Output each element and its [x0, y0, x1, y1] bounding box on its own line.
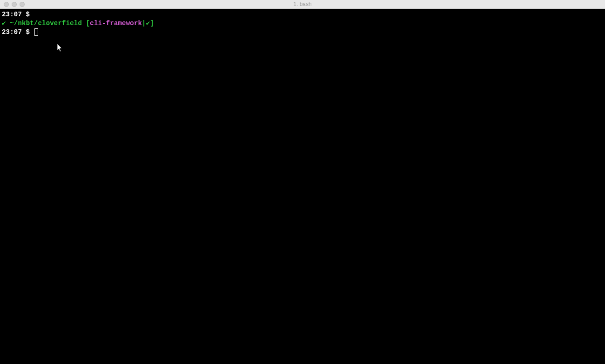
prompt-time: 23:07 — [2, 11, 22, 18]
prompt-dollar: $ — [22, 11, 34, 18]
window-title: 1. bash — [293, 1, 311, 7]
close-window-button[interactable] — [4, 2, 9, 7]
terminal-line: 23:07 $ — [2, 10, 603, 19]
prompt-bracket-close: ] — [150, 20, 154, 27]
terminal-line: ✔ ~/nkbt/cloverfield [cli-framework|✔] — [2, 19, 603, 28]
traffic-lights — [4, 2, 25, 7]
prompt-git-branch: cli-framework — [90, 20, 142, 27]
maximize-window-button[interactable] — [20, 2, 25, 7]
prompt-path: ~/nkbt/cloverfield — [10, 20, 86, 27]
window-titlebar: 1. bash — [0, 0, 605, 9]
prompt-git-separator: | — [142, 20, 146, 27]
terminal-body[interactable]: 23:07 $ ✔ ~/nkbt/cloverfield [cli-framew… — [0, 9, 605, 364]
prompt-dollar: $ — [22, 28, 34, 36]
minimize-window-button[interactable] — [12, 2, 17, 7]
mouse-cursor-icon — [57, 43, 63, 53]
terminal-line: 23:07 $ — [2, 28, 603, 37]
prompt-time: 23:07 — [2, 28, 22, 36]
prompt-status-check-icon: ✔ — [2, 20, 10, 27]
terminal-cursor — [34, 28, 38, 36]
prompt-bracket-open: [ — [86, 20, 90, 27]
